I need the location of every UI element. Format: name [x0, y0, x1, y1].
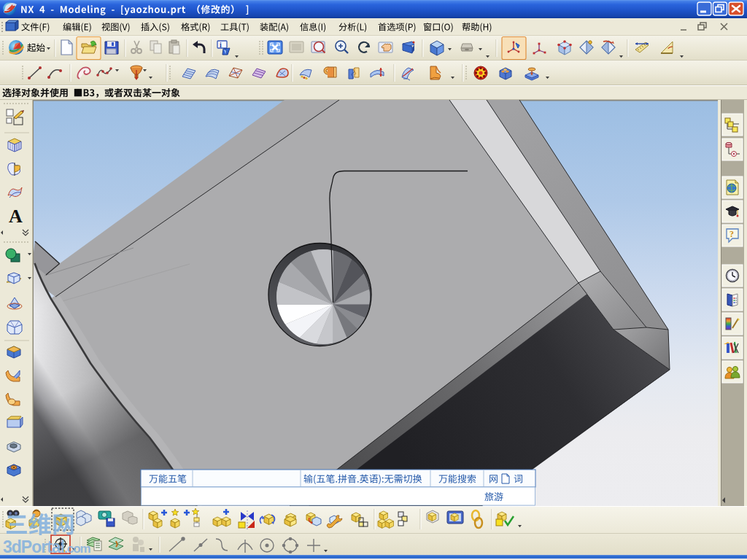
svg-text:A: A — [9, 206, 23, 227]
svg-text:?: ? — [729, 229, 734, 239]
svg-text:i: i — [220, 41, 222, 49]
